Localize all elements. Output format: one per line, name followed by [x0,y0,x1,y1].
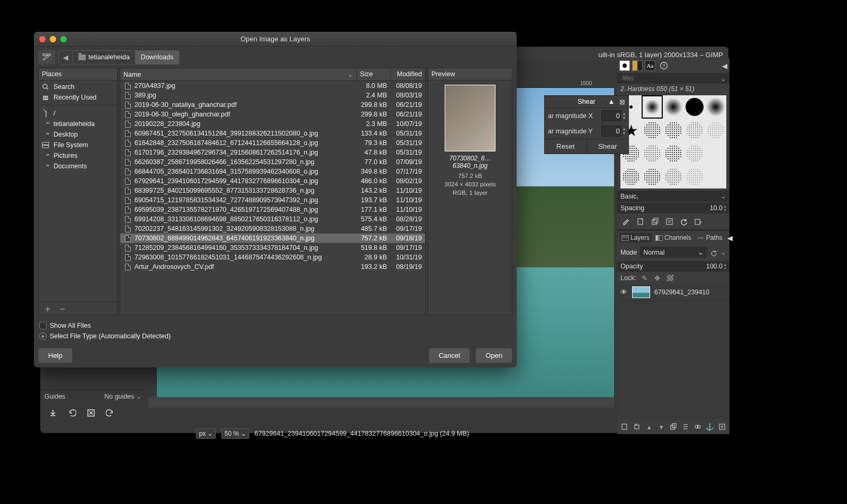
dock-menu-icon[interactable]: ◀ [727,234,733,242]
brush-item[interactable] [663,119,684,142]
brush-item[interactable] [642,142,663,165]
spacing-row[interactable]: Spacing10.0▴▾ [617,203,729,213]
file-row[interactable]: 69914208_3313306108694698_88502176503163… [120,214,425,224]
close-window-icon[interactable] [39,36,46,42]
file-row[interactable]: 20190228_223804.jpg2.3 MB10/07/19 [120,119,425,129]
add-bookmark-button[interactable]: ＋ [43,305,52,312]
file-row[interactable]: 69595039_2387135578271970_42651971725694… [120,205,425,214]
dock-menu-icon[interactable]: ◀ [722,62,727,70]
place-item[interactable]: Recently Used [39,92,117,103]
file-row[interactable]: 389.jpg2.4 MB08/03/19 [120,91,425,100]
shear-apply-button[interactable]: Shear [587,139,629,154]
brush-item[interactable] [705,165,726,188]
place-item[interactable]: Documents [39,161,117,172]
minimize-window-icon[interactable] [50,36,56,42]
place-item[interactable]: tetianaleheida [39,119,117,129]
brush-preset-row[interactable]: Basic,⌄ [617,191,729,202]
chevron-down-icon[interactable]: ⌄ [720,248,726,256]
file-row[interactable]: 2019-06-30_nataliya_ghanchar.pdf299.8 kB… [120,100,425,110]
guides-row[interactable]: Guides No guides ⌄ [40,390,146,402]
brush-item[interactable] [620,165,642,188]
file-row[interactable]: 2019-06-30_olegh_ghanchar.pdf299.8 kB06/… [120,110,425,119]
place-item[interactable]: Desktop [39,129,117,140]
layer-item[interactable]: 👁 67929641_239410 [617,284,729,301]
spin-down-icon[interactable]: ▾ [623,131,625,136]
unit-select[interactable]: px ⌄ [196,428,216,439]
brush-item[interactable] [684,95,705,119]
help-button[interactable]: Help [38,348,73,363]
column-header-size[interactable]: Size [356,68,390,81]
remove-bookmark-button[interactable]: － [58,305,67,312]
select-filetype-expander[interactable]: +Select File Type (Automatically Detecte… [39,331,511,341]
opacity-row[interactable]: Opacity100.0▴▾ [617,261,729,272]
place-item[interactable]: Pictures [39,150,117,161]
brush-item[interactable] [642,165,663,188]
refresh-brush-icon[interactable] [679,217,688,226]
show-all-files-checkbox[interactable]: Show All Files [39,320,511,331]
file-row[interactable]: 60987451_2327506134151284_39912883262115… [120,129,425,138]
mode-select[interactable]: Normal⌄ [640,247,707,258]
lock-alpha-icon[interactable] [666,274,674,282]
brush-item[interactable] [663,142,684,165]
lock-position-icon[interactable]: ✥ [653,274,662,282]
brush-item[interactable] [705,119,726,142]
brush-item[interactable] [705,142,726,165]
shear-close-icon[interactable]: ⊠ [619,98,625,106]
open-button[interactable]: Open [475,348,512,363]
cancel-button[interactable]: Cancel [429,348,470,363]
column-header-modified[interactable]: Modified [390,68,425,81]
filename-entry-toggle[interactable] [38,50,55,65]
file-row[interactable]: 67929641_2394106017294599_44178327768966… [120,176,425,186]
brush-item[interactable] [684,165,705,188]
file-row[interactable]: 66844705_2365401736831694_31575899394623… [120,167,425,176]
brushes-tab[interactable] [619,60,630,71]
layers-tab[interactable]: Layers [619,233,652,242]
dialog-titlebar[interactable]: Open Image as Layers [34,32,517,47]
brush-item[interactable] [642,95,663,119]
brush-item[interactable] [684,119,705,142]
new-brush-icon[interactable] [636,217,645,226]
duplicate-brush-icon[interactable] [650,217,660,226]
delete-brush-icon[interactable] [664,217,674,226]
file-row[interactable]: 70202237_548163145991302_324920590832815… [120,224,425,233]
brush-item[interactable] [663,165,684,188]
place-item[interactable]: / [39,107,117,119]
file-row[interactable]: 69054715_1219785831534342_72774889095739… [120,195,425,205]
file-row[interactable]: 72963008_10157766182451031_1446875474436… [120,253,425,262]
file-row[interactable]: Artur_Androsovych_CV.pdf193.2 kB08/19/19 [120,262,425,272]
help-icon[interactable]: ? [660,61,668,70]
file-row[interactable]: 71285209_2384568164994160_35353733343781… [120,243,425,253]
mode-reset-icon[interactable] [710,249,717,256]
save-icon[interactable] [48,408,58,418]
delete-icon[interactable] [86,408,96,418]
maximize-window-icon[interactable] [60,36,67,42]
file-row[interactable]: 70730802_688499014962843_645740619192336… [120,233,425,243]
spin-down-icon[interactable]: ▾ [623,116,625,120]
place-item[interactable]: Search [39,82,117,92]
shear-y-input[interactable] [601,125,621,137]
brush-filter-input[interactable] [620,73,720,84]
shear-reset-button[interactable]: Reset [545,139,587,154]
file-row[interactable]: 61642848_2327506187484612_67124411266556… [120,138,425,148]
breadcrumb-back[interactable]: ◀ [59,51,73,64]
column-header-name[interactable]: Name⌄ [120,68,356,81]
file-row[interactable]: 68399725_840215099695552_877315313372862… [120,186,425,195]
fonts-tab[interactable]: Aa [645,60,655,71]
file-row[interactable]: 270A4837.jpg8.0 MB08/08/19 [120,81,425,91]
shear-x-input[interactable] [601,110,621,121]
visibility-toggle-icon[interactable]: 👁 [619,289,628,296]
chevron-down-icon[interactable]: ⌄ [720,75,726,83]
shear-collapse-icon[interactable]: ▲ [608,98,615,105]
brush-item[interactable] [642,119,663,142]
zoom-select[interactable]: 50 % ⌄ [221,428,249,439]
patterns-tab[interactable] [632,60,643,71]
brush-item[interactable] [663,95,684,119]
breadcrumb-item[interactable]: tetianaleheida [73,51,135,64]
lock-pixels-icon[interactable]: ✎ [641,274,649,282]
chevron-down-icon[interactable]: ⌄ [136,393,142,400]
file-row[interactable]: 61701796_2329384967296734_29156086172625… [120,148,425,157]
brush-item[interactable] [684,142,705,165]
brush-item[interactable] [705,95,726,119]
file-row[interactable]: 66260387_2586719958026466_16356225453129… [120,157,425,167]
breadcrumb-item[interactable]: Downloads [135,51,179,64]
